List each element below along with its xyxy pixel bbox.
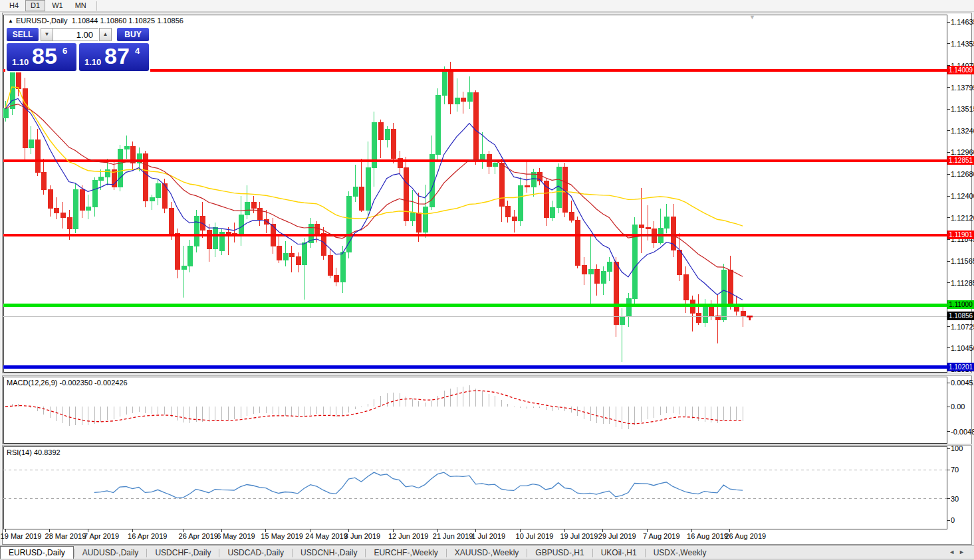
date-label: 21 Jun 2019 [433, 532, 473, 540]
tab-usdx-weekly[interactable]: USDX-,Weekly [646, 547, 715, 559]
tab-usdchf-daily[interactable]: USDCHF-,Daily [147, 547, 219, 559]
sell-price-prefix: 1.10 [12, 57, 29, 67]
tab-xauusd-weekly[interactable]: XAUUSD-,Weekly [447, 547, 527, 559]
date-label: 7 Apr 2019 [84, 532, 119, 540]
chart-shift-marker-icon[interactable]: ▼ [749, 14, 755, 21]
tab-audusd-daily[interactable]: AUDUSD-,Daily [74, 547, 147, 559]
chart-canvas[interactable] [0, 0, 974, 560]
date-label: 6 May 2019 [217, 532, 255, 540]
one-click-trading-panel: SELL ▼ ▲ BUY 1.10 85 6 1.10 87 4 [5, 27, 150, 72]
price-level-label: 1.11901 [947, 231, 974, 239]
chevron-up-icon: ▲ [103, 31, 108, 37]
chart-tab-bar: EURUSD-,DailyAUDUSD-,DailyUSDCHF-,DailyU… [0, 545, 974, 559]
date-label: 15 May 2019 [261, 532, 303, 540]
buy-price-big: 87 [104, 43, 130, 69]
price-tick-label: 1.12680 [951, 170, 974, 178]
date-label: 29 Jul 2019 [598, 532, 636, 540]
chart-ohlc-values: 1.10844 1.10860 1.10825 1.10856 [72, 17, 183, 25]
date-label: 24 May 2019 [305, 532, 348, 540]
macd-indicator-label: MACD(12,26,9) -0.002350 -0.002426 [7, 379, 128, 387]
price-tick-label: 1.13515 [951, 105, 974, 113]
buy-button[interactable]: BUY [117, 28, 149, 41]
rsi-indicator-label: RSI(14) 40.8392 [7, 448, 61, 456]
volume-input[interactable] [53, 28, 98, 41]
date-label: 10 Jul 2019 [516, 532, 554, 540]
scroll-left-icon[interactable]: ◄ [949, 549, 959, 555]
sell-quote-button[interactable]: 1.10 85 6 [7, 43, 76, 71]
rsi-tick-label: 0 [951, 516, 974, 524]
pane-frame [3, 377, 947, 443]
buy-price-prefix: 1.10 [84, 57, 101, 67]
rsi-tick-label: 70 [951, 466, 974, 474]
pane-separator[interactable] [2, 444, 972, 446]
tab-eurchf-weekly[interactable]: EURCHF-,Weekly [366, 547, 445, 559]
price-tick-label: 1.14635 [951, 18, 974, 26]
buy-price-pip: 4 [135, 46, 140, 56]
price-tick-label: 1.12400 [951, 192, 974, 200]
price-tick-label: 1.10450 [951, 344, 974, 352]
buy-quote-button[interactable]: 1.10 87 4 [79, 43, 149, 71]
date-label: 26 Aug 2019 [725, 532, 766, 540]
current-price-label: 1.10856 [947, 312, 974, 320]
macd-tick-label: 0.00 [951, 403, 974, 411]
price-tick-label: 1.13240 [951, 127, 974, 135]
sell-button[interactable]: SELL [7, 28, 39, 41]
macd-tick-label: 0.004517 [951, 379, 974, 387]
date-label: 12 Jun 2019 [388, 532, 429, 540]
pane-frame [3, 446, 947, 529]
price-marker-icon [749, 317, 751, 320]
price-tick-label: 1.12120 [951, 214, 974, 222]
price-tick-label: 1.11565 [951, 257, 974, 265]
date-label: 1 Jul 2019 [471, 532, 505, 540]
price-level-label: 1.14009 [947, 66, 974, 74]
sell-price-big: 85 [32, 43, 57, 69]
date-label: 7 Aug 2019 [643, 532, 680, 540]
chevron-down-icon: ▼ [45, 31, 50, 37]
chart-symbol-label: EURUSD-,Daily [16, 17, 68, 25]
volume-increase-button[interactable]: ▲ [99, 28, 112, 41]
date-label: 26 Apr 2019 [179, 532, 218, 540]
date-label: 19 Jul 2019 [560, 532, 598, 540]
pane-separator[interactable] [2, 373, 972, 376]
price-level-label: 1.10201 [947, 363, 974, 371]
date-label: 16 Apr 2019 [128, 532, 167, 540]
tab-gbpusd-h1[interactable]: GBPUSD-,H1 [527, 547, 592, 559]
rsi-tick-label: 30 [951, 495, 974, 503]
tab-scroll-arrows[interactable]: ◄► [949, 549, 969, 555]
date-label: 3 Jun 2019 [344, 532, 380, 540]
date-label: 16 Aug 2019 [687, 532, 728, 540]
date-label: 28 Mar 2019 [45, 532, 86, 540]
price-tick-label: 1.11285 [951, 279, 974, 287]
scroll-right-icon[interactable]: ► [959, 549, 969, 555]
price-tick-label: 1.13795 [951, 84, 974, 92]
price-tick-label: 1.14355 [951, 40, 974, 48]
tab-ukoil-h1[interactable]: UKOil-,H1 [593, 547, 645, 559]
sell-price-pip: 6 [62, 46, 67, 56]
price-level-label: 1.11000 [947, 300, 974, 309]
volume-decrease-button[interactable]: ▼ [41, 28, 53, 41]
tab-eurusd-daily[interactable]: EURUSD-,Daily [0, 546, 74, 559]
date-label: 19 Mar 2019 [1, 532, 42, 540]
terminal-window: H4D1W1MN ▼ ▲EURUSD-,Daily 1.10844 1.1086… [0, 0, 974, 560]
price-tick-label: 1.12960 [951, 148, 974, 156]
price-level-label: 1.12851 [947, 156, 974, 165]
price-tick-label: 1.10725 [951, 323, 974, 331]
tab-usdcnh-daily[interactable]: USDCNH-,Daily [293, 547, 365, 559]
collapse-panel-icon[interactable]: ▲ [8, 18, 13, 24]
tab-usdcad-daily[interactable]: USDCAD-,Daily [219, 547, 292, 559]
macd-tick-label: -0.004806 [951, 428, 974, 436]
chart-header: ▲EURUSD-,Daily 1.10844 1.10860 1.10825 1… [8, 17, 183, 25]
